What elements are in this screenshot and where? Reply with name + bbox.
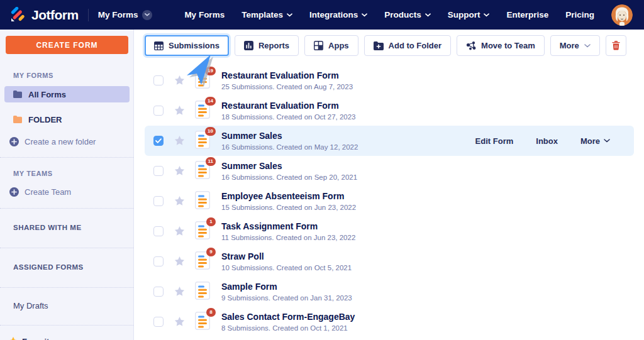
nav-item-templates[interactable]: Templates: [242, 10, 292, 19]
row-checkbox[interactable]: [153, 226, 164, 236]
brand-name: Jotform: [31, 8, 79, 23]
apps-button[interactable]: Apps: [304, 35, 358, 56]
form-document-icon: 14: [195, 101, 210, 121]
table-row[interactable]: 11 Summer Sales 16 Submissions. Created …: [145, 156, 634, 186]
form-meta: 11 Submissions. Created on Jun 23, 2022: [221, 234, 355, 241]
avatar[interactable]: [611, 4, 633, 26]
form-document-icon: 8: [195, 312, 210, 332]
sidebar-item-label: All Forms: [28, 90, 66, 99]
inbox-button[interactable]: Inbox: [536, 136, 558, 146]
unread-count-badge: 9: [206, 248, 216, 256]
form-info: Summer Sales 16 Submissions. Created on …: [221, 131, 358, 151]
nav-item-products[interactable]: Products: [384, 10, 431, 19]
row-checkbox[interactable]: [153, 317, 164, 327]
nav-item-enterprise[interactable]: Enterprise: [506, 10, 548, 19]
delete-button[interactable]: [606, 35, 626, 56]
workspace-label: My Forms: [98, 10, 138, 19]
table-row[interactable]: 9 Straw Poll 10 Submissions. Created on …: [145, 246, 634, 277]
table-icon: [154, 41, 164, 50]
row-checkbox[interactable]: [153, 75, 164, 85]
table-row[interactable]: 14 Restaurant Evaluation Form 18 Submiss…: [145, 96, 634, 126]
star-icon[interactable]: [174, 136, 185, 146]
form-title[interactable]: Sales Contact Form-EngageBay: [221, 312, 355, 322]
create-form-button[interactable]: CREATE FORM: [6, 36, 128, 54]
form-title[interactable]: Summer Sales: [221, 161, 357, 172]
form-title[interactable]: Restaurant Evaluation Form: [221, 101, 356, 111]
sidebar-item-my-drafts[interactable]: My Drafts: [13, 301, 133, 310]
nav-item-pricing[interactable]: Pricing: [565, 10, 594, 19]
row-checkbox[interactable]: [153, 256, 164, 266]
row-more-button[interactable]: More: [580, 136, 610, 146]
table-row[interactable]: 19 Restaurant Evaluation Form 25 Submiss…: [145, 65, 634, 96]
chevron-down-icon: [484, 13, 489, 17]
nav-item-my-forms[interactable]: My Forms: [184, 10, 225, 19]
star-icon[interactable]: [174, 106, 185, 116]
row-checkbox[interactable]: [153, 136, 164, 146]
row-checkbox[interactable]: [153, 196, 164, 206]
sidebar-divider: [0, 208, 133, 209]
form-document-icon: 10: [195, 131, 210, 151]
form-info: Restaurant Evaluation Form 25 Submission…: [221, 70, 353, 90]
row-checkbox[interactable]: [153, 106, 164, 116]
report-chart-icon: [244, 41, 253, 50]
workspace-switcher[interactable]: My Forms: [98, 10, 153, 20]
star-icon[interactable]: [174, 166, 185, 176]
chevron-down-icon: [362, 13, 367, 17]
form-info: Task Assignment Form 11 Submissions. Cre…: [221, 221, 355, 241]
star-icon[interactable]: [174, 317, 185, 327]
chevron-down-icon: [584, 44, 591, 48]
form-title[interactable]: Sample Form: [221, 282, 352, 292]
add-to-folder-button[interactable]: Add to Folder: [364, 35, 452, 56]
form-title[interactable]: Summer Sales: [221, 131, 358, 141]
star-icon[interactable]: [174, 75, 185, 85]
move-to-team-button[interactable]: Move to Team: [457, 35, 545, 56]
edit-form-button[interactable]: Edit Form: [475, 136, 514, 146]
nav-item-support[interactable]: Support: [448, 10, 490, 19]
form-document-icon: 11: [195, 161, 210, 182]
more-button[interactable]: More: [550, 35, 600, 56]
toolbar: Submissions Reports Apps Add to Folder: [135, 30, 644, 61]
sidebar-item-folder[interactable]: FOLDER: [4, 111, 130, 128]
table-row[interactable]: 10 Summer Sales 16 Submissions. Created …: [145, 126, 634, 156]
form-title[interactable]: Straw Poll: [221, 251, 352, 262]
sidebar-item-shared-with-me[interactable]: SHARED WITH ME: [13, 224, 133, 231]
star-icon[interactable]: [174, 196, 185, 206]
main-content: Submissions Reports Apps Add to Folder: [135, 30, 644, 340]
star-icon[interactable]: [174, 226, 185, 236]
create-team-label: Create Team: [25, 187, 71, 197]
table-row[interactable]: 1 Task Assignment Form 11 Submissions. C…: [145, 216, 634, 246]
apps-grid-icon: [314, 41, 323, 50]
form-title[interactable]: Task Assignment Form: [221, 221, 355, 232]
form-title[interactable]: Employee Absenteeism Form: [221, 191, 356, 202]
sidebar-item-assigned-forms[interactable]: ASSIGNED FORMS: [13, 263, 133, 271]
form-info: Sales Contact Form-EngageBay 8 Submissio…: [221, 312, 355, 332]
table-row[interactable]: 8 Sales Contact Form-EngageBay 8 Submiss…: [145, 307, 634, 337]
reports-button[interactable]: Reports: [235, 35, 299, 56]
form-document-icon: 9: [195, 251, 210, 272]
create-team-button[interactable]: Create Team: [9, 187, 133, 197]
form-meta: 8 Submissions. Created on Oct 1, 2021: [221, 324, 355, 332]
form-meta: 16 Submissions. Created on May 12, 2022: [221, 143, 358, 151]
form-document-icon: 19: [195, 70, 210, 91]
forms-list: 19 Restaurant Evaluation Form 25 Submiss…: [135, 61, 644, 337]
favorites-label: Favorites: [22, 337, 58, 340]
sidebar: CREATE FORM MY FORMS All Forms FOLDER Cr…: [0, 30, 134, 340]
form-title[interactable]: Restaurant Evaluation Form: [221, 70, 353, 81]
form-meta: 18 Submissions. Created on Oct 27, 2023: [221, 113, 356, 121]
folder-icon: [13, 90, 22, 98]
nav-item-integrations[interactable]: Integrations: [309, 10, 367, 19]
table-row[interactable]: Employee Absenteeism Form 15 Submissions…: [145, 186, 634, 216]
table-row[interactable]: Sample Form 9 Submissions. Created on Ja…: [145, 277, 634, 307]
submissions-button[interactable]: Submissions: [145, 35, 229, 56]
row-checkbox[interactable]: [153, 166, 164, 176]
team-network-icon: [466, 41, 476, 50]
star-icon[interactable]: [174, 287, 185, 297]
jotform-logo[interactable]: Jotform: [10, 7, 79, 23]
row-checkbox[interactable]: [153, 287, 164, 297]
star-icon[interactable]: [174, 256, 185, 266]
sidebar-item-all-forms[interactable]: All Forms: [4, 86, 130, 102]
sidebar-item-favorites[interactable]: Favorites: [8, 337, 133, 340]
plus-circle-icon: [9, 187, 19, 197]
create-new-folder-button[interactable]: Create a new folder: [9, 137, 133, 146]
sidebar-divider: [0, 325, 133, 326]
